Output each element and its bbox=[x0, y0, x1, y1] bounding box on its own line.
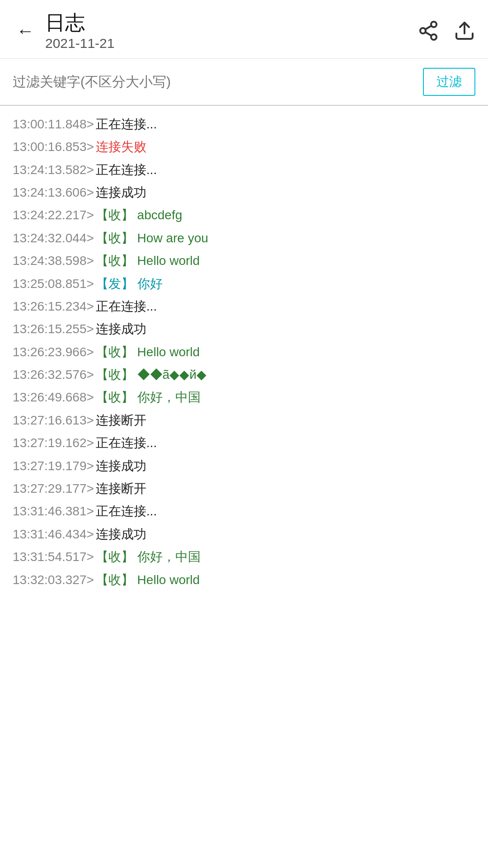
log-time: 13:27:29.177> bbox=[13, 477, 94, 500]
log-time: 13:31:54.517> bbox=[13, 546, 94, 568]
log-entry: 13:24:32.044> 【收】 How are you bbox=[13, 227, 475, 250]
log-entry: 13:26:15.234> 正在连接... bbox=[13, 295, 475, 318]
log-time: 13:00:16.853> bbox=[13, 136, 94, 158]
log-content: 正在连接... bbox=[96, 113, 475, 136]
log-time: 13:24:32.044> bbox=[13, 227, 94, 250]
log-time: 13:25:08.851> bbox=[13, 273, 94, 295]
title-block: 日志 2021-11-21 bbox=[45, 11, 418, 51]
log-entry: 13:27:19.179> 连接成功 bbox=[13, 455, 475, 477]
log-entry: 13:24:13.606> 连接成功 bbox=[13, 181, 475, 204]
log-content: 正在连接... bbox=[96, 295, 475, 318]
log-time: 13:26:15.255> bbox=[13, 318, 94, 340]
log-content: 【收】 你好，中国 bbox=[96, 386, 475, 409]
log-content: 连接成功 bbox=[96, 523, 475, 546]
log-content: 【收】 How are you bbox=[96, 227, 475, 250]
log-entry: 13:26:49.668> 【收】 你好，中国 bbox=[13, 386, 475, 409]
log-content: 连接成功 bbox=[96, 181, 475, 204]
log-time: 13:27:19.179> bbox=[13, 455, 94, 477]
log-content: 连接成功 bbox=[96, 455, 475, 477]
log-time: 13:27:19.162> bbox=[13, 432, 94, 454]
log-entry: 13:31:54.517> 【收】 你好，中国 bbox=[13, 546, 475, 568]
log-entry: 13:26:23.966> 【收】 Hello world bbox=[13, 341, 475, 363]
log-time: 13:27:16.613> bbox=[13, 409, 94, 432]
page-date: 2021-11-21 bbox=[45, 36, 418, 51]
log-time: 13:26:15.234> bbox=[13, 295, 94, 318]
log-entry: 13:24:38.598> 【收】 Hello world bbox=[13, 250, 475, 272]
log-entry: 13:32:03.327> 【收】 Hello world bbox=[13, 569, 475, 591]
log-content: 【收】 Hello world bbox=[96, 250, 475, 272]
log-entry: 13:31:46.434> 连接成功 bbox=[13, 523, 475, 546]
log-time: 13:31:46.381> bbox=[13, 500, 94, 523]
svg-line-4 bbox=[425, 26, 432, 29]
log-entry: 13:31:46.381> 正在连接... bbox=[13, 500, 475, 523]
log-time: 13:24:13.606> bbox=[13, 181, 94, 204]
log-time: 13:26:23.966> bbox=[13, 341, 94, 363]
log-time: 13:31:46.434> bbox=[13, 523, 94, 546]
log-time: 13:24:38.598> bbox=[13, 250, 94, 272]
back-button[interactable]: ← bbox=[13, 20, 38, 42]
log-content: 正在连接... bbox=[96, 432, 475, 454]
log-entry: 13:00:11.848> 正在连接... bbox=[13, 113, 475, 136]
log-entry: 13:24:22.217> 【收】 abcdefg bbox=[13, 204, 475, 226]
log-time: 13:24:13.582> bbox=[13, 159, 94, 181]
filter-button[interactable]: 过滤 bbox=[423, 68, 475, 96]
log-time: 13:24:22.217> bbox=[13, 204, 94, 226]
log-entry: 13:24:13.582> 正在连接... bbox=[13, 159, 475, 181]
log-entry: 13:26:32.576> 【收】 ◆◆ã◆◆й◆ bbox=[13, 363, 475, 386]
log-time: 13:32:03.327> bbox=[13, 569, 94, 591]
log-content: 【收】 你好，中国 bbox=[96, 546, 475, 568]
log-entry: 13:25:08.851> 【发】 你好 bbox=[13, 273, 475, 295]
log-content: 【发】 你好 bbox=[96, 273, 475, 295]
log-time: 13:26:49.668> bbox=[13, 386, 94, 409]
header-actions bbox=[418, 20, 475, 42]
log-entry: 13:27:16.613> 连接断开 bbox=[13, 409, 475, 432]
log-entry: 13:00:16.853> 连接失败 bbox=[13, 136, 475, 158]
log-content: 正在连接... bbox=[96, 159, 475, 181]
log-entry: 13:26:15.255> 连接成功 bbox=[13, 318, 475, 340]
log-content: 【收】 ◆◆ã◆◆й◆ bbox=[96, 363, 475, 386]
filter-bar: 过滤 bbox=[0, 59, 488, 106]
log-entry: 13:27:19.162> 正在连接... bbox=[13, 432, 475, 454]
log-content: 连接断开 bbox=[96, 477, 475, 500]
log-content: 连接失败 bbox=[96, 136, 475, 158]
svg-line-3 bbox=[425, 32, 432, 36]
filter-input[interactable] bbox=[13, 71, 416, 93]
log-list: 13:00:11.848> 正在连接...13:00:16.853> 连接失败1… bbox=[0, 106, 488, 599]
upload-button[interactable] bbox=[454, 20, 475, 42]
page-title: 日志 bbox=[45, 11, 418, 35]
share-button[interactable] bbox=[418, 20, 439, 42]
log-entry: 13:27:29.177> 连接断开 bbox=[13, 477, 475, 500]
log-content: 正在连接... bbox=[96, 500, 475, 523]
log-content: 连接断开 bbox=[96, 409, 475, 432]
log-time: 13:00:11.848> bbox=[13, 113, 94, 136]
log-content: 【收】 Hello world bbox=[96, 569, 475, 591]
log-time: 13:26:32.576> bbox=[13, 363, 94, 386]
log-content: 连接成功 bbox=[96, 318, 475, 340]
log-content: 【收】 abcdefg bbox=[96, 204, 475, 226]
log-content: 【收】 Hello world bbox=[96, 341, 475, 363]
header: ← 日志 2021-11-21 bbox=[0, 0, 488, 59]
